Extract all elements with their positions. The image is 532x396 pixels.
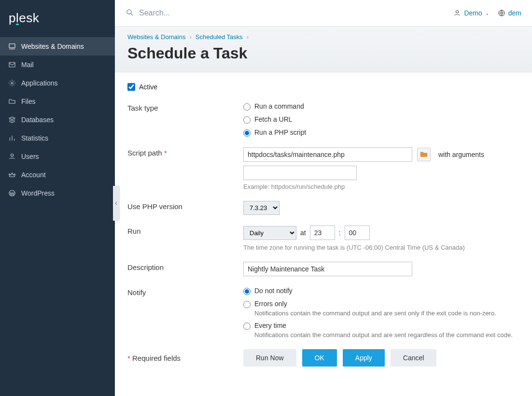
arguments-input[interactable] [243, 166, 357, 180]
run-minute-input[interactable] [345, 226, 370, 240]
page-title: Schedule a Task [127, 44, 519, 62]
svg-line-10 [131, 14, 133, 15]
radio-sub: Notifications contain the command output… [254, 310, 496, 317]
sidebar-item-label: Databases [21, 116, 54, 124]
sidebar-item-label: Mail [21, 61, 34, 69]
sidebar-item-wordpress[interactable]: WordPress [0, 184, 115, 202]
radio-fetch-url[interactable] [243, 116, 251, 124]
sidebar-item-users[interactable]: Users [0, 147, 115, 166]
sidebar-item-label: Users [21, 153, 39, 160]
main: Demo ⌄ dem Websites & Domains › Schedule… [115, 0, 532, 396]
radio-notify-errors[interactable] [243, 301, 251, 308]
sidebar-item-label: WordPress [21, 189, 55, 197]
mail-icon [8, 60, 16, 69]
search-input[interactable] [139, 9, 284, 17]
notify-radios: Do not notify Errors only Notifications … [243, 287, 519, 339]
svg-point-11 [456, 11, 459, 13]
task-type-radios: Run a command Fetch a URL Run a PHP scri… [243, 102, 519, 137]
script-path-example: Example: httpdocs/run/schedule.php [243, 183, 519, 190]
svg-point-7 [11, 154, 13, 156]
field-script-path: Script path * with arguments Example: ht… [127, 147, 519, 190]
php-version-select[interactable]: 7.3.23 [243, 201, 280, 215]
notify-label: Notify [127, 287, 243, 297]
sidebar-item-statistics[interactable]: Statistics [0, 129, 115, 147]
folder-icon [8, 97, 16, 106]
browse-button[interactable] [417, 148, 431, 161]
args-label: with arguments [438, 151, 484, 158]
sidebar-collapse-handle[interactable] [113, 186, 120, 221]
search-icon [126, 8, 134, 18]
gear-icon [8, 79, 16, 87]
run-label: Run [127, 226, 243, 235]
sidebar-item-databases[interactable]: Databases [0, 111, 115, 129]
field-php-version: Use PHP version 7.3.23 [127, 201, 519, 215]
active-checkbox[interactable] [127, 83, 135, 91]
field-notify: Notify Do not notify Errors only Notific… [127, 287, 519, 339]
user-menu[interactable]: Demo ⌄ [453, 9, 489, 17]
monitor-icon [8, 42, 16, 51]
breadcrumb-link-0[interactable]: Websites & Domains [127, 33, 185, 41]
bars-icon [8, 134, 16, 142]
script-path-label: Script path * [127, 147, 243, 157]
radio-run-command[interactable] [243, 103, 251, 111]
sidebar-item-account[interactable]: Account [0, 166, 115, 184]
task-type-option-php[interactable]: Run a PHP script [243, 128, 519, 137]
sidebar-item-label: Files [21, 98, 36, 105]
search-wrap [126, 8, 446, 18]
breadcrumb-link-1[interactable]: Scheduled Tasks [196, 33, 243, 41]
script-path-label-text: Script path [127, 149, 162, 157]
brand-logo: plesk [0, 0, 115, 37]
topbar-right: Demo ⌄ dem [453, 9, 521, 17]
button-row: Run Now OK Apply Cancel [243, 349, 436, 367]
active-row: Active [127, 83, 519, 91]
sidebar-item-label: Statistics [21, 134, 48, 142]
script-path-input[interactable] [243, 147, 412, 162]
sidebar-item-applications[interactable]: Applications [0, 74, 115, 92]
sidebar-item-label: Account [21, 171, 46, 179]
user-label: Demo [464, 9, 482, 17]
run-colon: : [339, 229, 341, 237]
sidebar-item-label: Websites & Domains [21, 42, 84, 50]
field-description: Description [127, 262, 519, 276]
cancel-button[interactable]: Cancel [391, 349, 437, 367]
sidebar-item-files[interactable]: Files [0, 92, 115, 111]
language-menu[interactable]: dem [498, 9, 521, 17]
svg-point-3 [11, 82, 13, 84]
task-type-label: Task type [127, 102, 243, 112]
apply-button[interactable]: Apply [343, 349, 385, 367]
chevron-down-icon: ⌄ [485, 11, 489, 16]
radio-sub: Notifications contain the command output… [254, 331, 513, 339]
ok-button[interactable]: OK [302, 349, 337, 367]
radio-label: Errors only [254, 300, 496, 308]
chevron-right-icon: › [189, 33, 191, 41]
radio-run-php[interactable] [243, 129, 251, 137]
run-now-button[interactable]: Run Now [243, 349, 296, 367]
field-run: Run Daily at : The time zone for running… [127, 226, 519, 251]
notify-option-every[interactable]: Every time Notifications contain the com… [243, 322, 519, 339]
wordpress-icon [8, 189, 16, 198]
run-hour-input[interactable] [310, 226, 335, 240]
radio-notify-none[interactable] [243, 288, 251, 295]
sidebar-item-mail[interactable]: Mail [0, 56, 115, 74]
svg-rect-0 [9, 44, 15, 48]
radio-label: Run a command [254, 102, 304, 110]
sidebar-item-label: Applications [21, 79, 58, 87]
task-type-option-url[interactable]: Fetch a URL [243, 115, 519, 124]
run-frequency-select[interactable]: Daily [243, 226, 296, 240]
radio-label: Run a PHP script [254, 128, 306, 136]
active-label: Active [139, 83, 157, 91]
run-at-label: at [300, 229, 306, 237]
content: Active Task type Run a command Fetch a U… [115, 72, 532, 396]
svg-rect-2 [9, 62, 15, 67]
radio-notify-every[interactable] [243, 323, 251, 330]
svg-point-9 [127, 10, 131, 14]
crown-icon [8, 170, 16, 179]
sidebar-item-websites-domains[interactable]: Websites & Domains [0, 37, 115, 56]
field-task-type: Task type Run a command Fetch a URL Run … [127, 102, 519, 137]
task-type-option-command[interactable]: Run a command [243, 102, 519, 111]
description-input[interactable] [243, 262, 412, 276]
notify-option-errors[interactable]: Errors only Notifications contain the co… [243, 300, 519, 317]
user-icon [8, 152, 16, 161]
radio-label: Every time [254, 322, 513, 329]
notify-option-none[interactable]: Do not notify [243, 287, 519, 295]
